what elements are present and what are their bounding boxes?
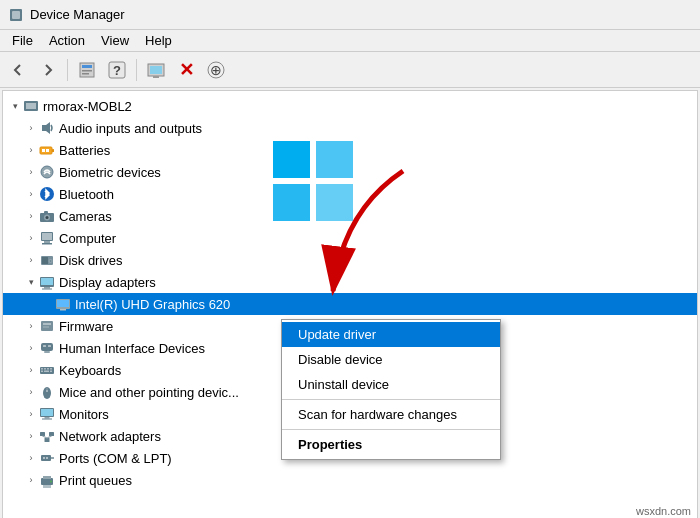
svg-point-24 bbox=[46, 216, 49, 219]
tree-item-intel-gfx[interactable]: Intel(R) UHD Graphics 620 bbox=[3, 293, 697, 315]
label-computer: Computer bbox=[59, 231, 116, 246]
expand-bluetooth[interactable]: › bbox=[23, 186, 39, 202]
menu-help[interactable]: Help bbox=[137, 31, 180, 50]
scan-button[interactable] bbox=[142, 57, 170, 83]
tree-item-audio[interactable]: › Audio inputs and outputs bbox=[3, 117, 697, 139]
tree-item-display[interactable]: ▾ Display adapters bbox=[3, 271, 697, 293]
expand-audio[interactable]: › bbox=[23, 120, 39, 136]
svg-point-58 bbox=[46, 390, 48, 392]
context-menu-separator-1 bbox=[282, 399, 500, 400]
svg-rect-9 bbox=[150, 66, 162, 74]
menu-view[interactable]: View bbox=[93, 31, 137, 50]
icon-hid bbox=[39, 340, 55, 356]
icon-audio bbox=[39, 120, 55, 136]
menu-file[interactable]: File bbox=[4, 31, 41, 50]
svg-rect-1 bbox=[12, 11, 20, 19]
label-network: Network adapters bbox=[59, 429, 161, 444]
expand-diskdrives[interactable]: › bbox=[23, 252, 39, 268]
label-intel-gfx: Intel(R) UHD Graphics 620 bbox=[75, 297, 230, 312]
back-button[interactable] bbox=[4, 57, 32, 83]
icon-cameras bbox=[39, 208, 55, 224]
tree-item-printqueues[interactable]: › Print queues bbox=[3, 469, 697, 491]
svg-rect-42 bbox=[43, 323, 51, 325]
main-content: ▾ rmorax-MOBL2 › Audio inputs and output… bbox=[2, 90, 698, 518]
icon-firmware bbox=[39, 318, 55, 334]
svg-rect-35 bbox=[41, 278, 53, 285]
icon-computer bbox=[39, 230, 55, 246]
icon-intel-gfx bbox=[55, 296, 71, 312]
label-diskdrives: Disk drives bbox=[59, 253, 123, 268]
label-audio: Audio inputs and outputs bbox=[59, 121, 202, 136]
title-bar-icon bbox=[8, 7, 24, 23]
expand-firmware[interactable]: › bbox=[23, 318, 39, 334]
tree-item-diskdrives[interactable]: › Disk drives bbox=[3, 249, 697, 271]
svg-rect-51 bbox=[47, 368, 49, 370]
expand-computer[interactable]: › bbox=[23, 230, 39, 246]
svg-text:⊕: ⊕ bbox=[210, 62, 222, 78]
svg-rect-3 bbox=[82, 65, 92, 68]
svg-line-67 bbox=[47, 436, 52, 438]
expand-hid[interactable]: › bbox=[23, 340, 39, 356]
svg-rect-14 bbox=[26, 103, 36, 109]
svg-rect-4 bbox=[82, 70, 92, 72]
help-button[interactable]: ? bbox=[103, 57, 131, 83]
expand-batteries[interactable]: › bbox=[23, 142, 39, 158]
expand-mice[interactable]: › bbox=[23, 384, 39, 400]
tree-item-root[interactable]: ▾ rmorax-MOBL2 bbox=[3, 95, 697, 117]
svg-rect-60 bbox=[41, 409, 53, 416]
svg-rect-19 bbox=[46, 149, 49, 152]
expand-cameras[interactable]: › bbox=[23, 208, 39, 224]
context-menu-item-properties[interactable]: Properties bbox=[282, 432, 500, 457]
icon-bluetooth bbox=[39, 186, 55, 202]
uninstall-button[interactable]: ✕ bbox=[172, 57, 200, 83]
icon-batteries bbox=[39, 142, 55, 158]
expand-monitors[interactable]: › bbox=[23, 406, 39, 422]
tree-item-bluetooth[interactable]: › Bluetooth bbox=[3, 183, 697, 205]
svg-rect-65 bbox=[45, 438, 50, 442]
expand-keyboards[interactable]: › bbox=[23, 362, 39, 378]
expand-ports[interactable]: › bbox=[23, 450, 39, 466]
tree-item-batteries[interactable]: › Batteries bbox=[3, 139, 697, 161]
tree-item-computer[interactable]: › Computer bbox=[3, 227, 697, 249]
label-ports: Ports (COM & LPT) bbox=[59, 451, 172, 466]
svg-rect-43 bbox=[43, 326, 49, 328]
svg-rect-44 bbox=[41, 343, 53, 351]
tree-item-biometric[interactable]: › Biometric devices bbox=[3, 161, 697, 183]
icon-biometric bbox=[39, 164, 55, 180]
tree-item-cameras[interactable]: › Cameras bbox=[3, 205, 697, 227]
label-mice: Mice and other pointing devic... bbox=[59, 385, 239, 400]
title-bar: Device Manager bbox=[0, 0, 700, 30]
menu-action[interactable]: Action bbox=[41, 31, 93, 50]
expand-network[interactable]: › bbox=[23, 428, 39, 444]
svg-rect-39 bbox=[57, 300, 69, 307]
expand-root[interactable]: ▾ bbox=[7, 98, 23, 114]
context-menu-item-update[interactable]: Update driver bbox=[282, 322, 500, 347]
expand-display[interactable]: ▾ bbox=[23, 274, 39, 290]
svg-rect-55 bbox=[50, 371, 52, 373]
svg-rect-10 bbox=[153, 76, 159, 78]
label-display: Display adapters bbox=[59, 275, 156, 290]
update-button[interactable]: ⊕ bbox=[202, 57, 230, 83]
forward-button[interactable] bbox=[34, 57, 62, 83]
svg-rect-17 bbox=[52, 149, 54, 152]
svg-rect-50 bbox=[44, 368, 46, 370]
context-menu-item-uninstall[interactable]: Uninstall device bbox=[282, 372, 500, 397]
svg-rect-62 bbox=[42, 419, 52, 420]
properties-button[interactable] bbox=[73, 57, 101, 83]
svg-rect-31 bbox=[42, 257, 48, 264]
svg-rect-70 bbox=[43, 457, 45, 459]
svg-rect-5 bbox=[82, 73, 89, 75]
svg-rect-71 bbox=[46, 457, 48, 459]
expand-printqueues[interactable]: › bbox=[23, 472, 39, 488]
context-menu-item-disable[interactable]: Disable device bbox=[282, 347, 500, 372]
svg-rect-53 bbox=[41, 371, 43, 373]
svg-rect-61 bbox=[45, 417, 50, 419]
svg-rect-27 bbox=[42, 233, 52, 240]
svg-rect-54 bbox=[44, 371, 49, 373]
svg-marker-15 bbox=[42, 122, 50, 134]
context-menu-item-scan[interactable]: Scan for hardware changes bbox=[282, 402, 500, 427]
expand-biometric[interactable]: › bbox=[23, 164, 39, 180]
svg-rect-74 bbox=[43, 485, 51, 488]
svg-rect-28 bbox=[44, 241, 50, 243]
svg-rect-25 bbox=[44, 211, 48, 214]
